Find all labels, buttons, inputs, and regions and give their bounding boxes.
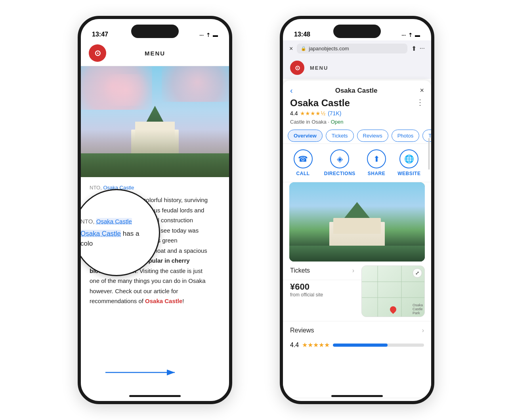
left-phone-content: ⊙ MENU NTO, Osaka Castle Osaka Castl xyxy=(81,40,229,401)
maps-action-buttons: ☎ CALL ◈ DIRECTIONS ⬆ SHARE 🌐 WEBSITE xyxy=(283,144,431,182)
maps-rating-row: 4.4 ★★★★½ (71K) xyxy=(283,109,431,118)
open-status: Open xyxy=(331,119,344,125)
maps-bg-logo: ⊙ xyxy=(290,61,304,75)
call-label: CALL xyxy=(296,171,310,176)
tickets-map-row: Tickets › ¥600 from official site xyxy=(283,262,431,321)
tickets-section: Tickets › ¥600 from official site xyxy=(283,262,361,321)
article-text-13: however. Check out our article for xyxy=(90,288,178,294)
rating-value: 4.4 xyxy=(290,110,298,116)
battery-icon: ▬ xyxy=(213,32,218,38)
right-phone-content: × 🔒 japanobjects.com ⬆ ··· ⊙ MENU ‹ Osak… xyxy=(283,40,431,401)
app-header-left: ⊙ MENU xyxy=(81,40,229,66)
wifi-icon: ⇡ xyxy=(206,32,210,38)
castle-hero-image xyxy=(81,66,229,177)
website-button[interactable]: 🌐 WEBSITE xyxy=(397,149,420,176)
browser-url-bar[interactable]: 🔒 japanobjects.com xyxy=(297,44,407,53)
home-indicator-right xyxy=(331,395,383,397)
map-thumbnail[interactable]: ⤢ Osaka Castle Park xyxy=(361,265,425,317)
place-name-row: Osaka Castle ⋮ xyxy=(283,95,431,109)
left-phone: 13:47 ··· ⇡ ▬ ⊙ MENU xyxy=(78,16,232,404)
tickets-source: from official site xyxy=(290,292,354,298)
dynamic-island-right xyxy=(333,25,381,38)
time-left: 13:47 xyxy=(92,31,108,38)
maps-close-button[interactable]: × xyxy=(420,86,424,95)
share-button[interactable]: ⬆ SHARE xyxy=(367,149,386,176)
magnify-nto: NTO, xyxy=(81,218,96,225)
browser-action-buttons: ⬆ ··· xyxy=(411,45,425,52)
article-text-14: recommendations of xyxy=(90,298,145,304)
time-right: 13:48 xyxy=(294,31,310,38)
maps-panel-header: ‹ Osaka Castle × xyxy=(283,80,431,95)
map-labels: Osaka Castle Park xyxy=(413,303,423,315)
article-end: ! xyxy=(182,298,184,304)
dynamic-island xyxy=(131,25,179,38)
tab-tours[interactable]: Tours xyxy=(422,130,431,142)
castle-place-photo[interactable] xyxy=(289,182,425,262)
magnify-castle-link[interactable]: Osaka Castle xyxy=(96,218,132,225)
browser-close-button[interactable]: × xyxy=(289,45,293,52)
tab-tickets[interactable]: Tickets xyxy=(326,130,354,142)
battery-icon-right: ▬ xyxy=(415,32,420,38)
directions-button[interactable]: ◈ DIRECTIONS xyxy=(324,149,355,176)
article-red-link[interactable]: Osaka Castle xyxy=(145,298,182,304)
maps-panel-title: Osaka Castle xyxy=(335,87,378,95)
tickets-label: Tickets xyxy=(290,267,310,274)
tab-overview[interactable]: Overview xyxy=(288,130,323,142)
rating-stars: ★★★★½ xyxy=(300,110,325,116)
article-text-4: ous feudal lords and xyxy=(151,207,204,214)
rating-count[interactable]: (71K) xyxy=(328,110,341,116)
maps-back-button[interactable]: ‹ xyxy=(290,86,293,95)
share-icon: ⬆ xyxy=(367,149,386,168)
reviews-rating-row: 4.4 ★★★★★ xyxy=(283,340,431,354)
call-icon: ☎ xyxy=(294,149,313,168)
app-logo-left: ⊙ xyxy=(89,44,106,62)
reviews-section: Reviews › 4.4 ★★★★★ xyxy=(283,321,431,354)
home-indicator-left xyxy=(129,395,181,397)
browser-share-button[interactable]: ⬆ xyxy=(411,45,416,52)
reviews-rating-value: 4.4 xyxy=(290,342,299,349)
magnify-main-link[interactable]: Osaka Castle xyxy=(81,230,121,237)
website-label: WEBSITE xyxy=(397,171,420,176)
tab-photos[interactable]: Photos xyxy=(392,130,419,142)
maps-tabs: Overview Tickets Reviews Photos Tours xyxy=(283,128,431,144)
maps-bg-menu-label: MENU xyxy=(310,65,328,71)
browser-bar: × 🔒 japanobjects.com ⬆ ··· xyxy=(283,40,431,57)
article-body: NTO, Osaka Castle Osaka Castle has a col… xyxy=(81,177,229,313)
magnify-content: NTO, Osaka Castle Osaka Castle has a col… xyxy=(81,209,159,257)
call-button[interactable]: ☎ CALL xyxy=(294,149,313,176)
dot-separator: · xyxy=(328,119,331,125)
menu-label-left[interactable]: MENU xyxy=(145,50,165,57)
map-expand-icon[interactable]: ⤢ xyxy=(413,268,422,278)
maps-place-name: Osaka Castle xyxy=(290,97,350,109)
magnify-text: Osaka Castle has a colo xyxy=(81,229,153,249)
maps-status: Castle in Osaka · Open xyxy=(283,118,431,128)
tickets-price-row: ¥600 from official site xyxy=(283,280,361,303)
right-phone: 13:48 ··· ⇡ ▬ × 🔒 japanobjects.com ⬆ ···… xyxy=(280,16,434,404)
place-type: Castle in Osaka xyxy=(290,119,327,125)
reviews-stars: ★★★★★ xyxy=(302,341,330,349)
reviews-bar-fill xyxy=(333,344,388,347)
wifi-icon-right: ⇡ xyxy=(408,32,413,38)
magnify-breadcrumb: NTO, Osaka Castle xyxy=(81,217,153,226)
url-text: japanobjects.com xyxy=(309,46,349,52)
browser-more-button[interactable]: ··· xyxy=(420,45,425,52)
scroll-indicator xyxy=(428,138,430,170)
maps-more-button[interactable]: ⋮ xyxy=(416,97,424,107)
article-text-12: one of the many things you can do in Osa… xyxy=(90,277,206,284)
directions-label: DIRECTIONS xyxy=(324,171,355,176)
tickets-chevron[interactable]: › xyxy=(352,267,354,274)
reviews-label: Reviews xyxy=(290,327,314,334)
directions-icon: ◈ xyxy=(330,149,349,168)
signal-icon-right: ··· xyxy=(401,32,406,38)
status-icons-left: ··· ⇡ ▬ xyxy=(199,32,218,38)
tickets-price: ¥600 xyxy=(290,282,354,292)
tab-reviews[interactable]: Reviews xyxy=(357,130,388,142)
breadcrumb-text: NTO, xyxy=(90,185,103,191)
reviews-chevron[interactable]: › xyxy=(422,327,424,334)
wifi-signal-icon: ··· xyxy=(199,32,204,38)
reviews-row: Reviews › xyxy=(283,321,431,340)
maps-panel: ‹ Osaka Castle × Osaka Castle ⋮ 4.4 ★★★★… xyxy=(283,80,431,397)
article-text-2: rful history, surviving xyxy=(154,197,208,203)
status-icons-right: ··· ⇡ ▬ xyxy=(401,32,420,38)
share-label: SHARE xyxy=(368,171,386,176)
